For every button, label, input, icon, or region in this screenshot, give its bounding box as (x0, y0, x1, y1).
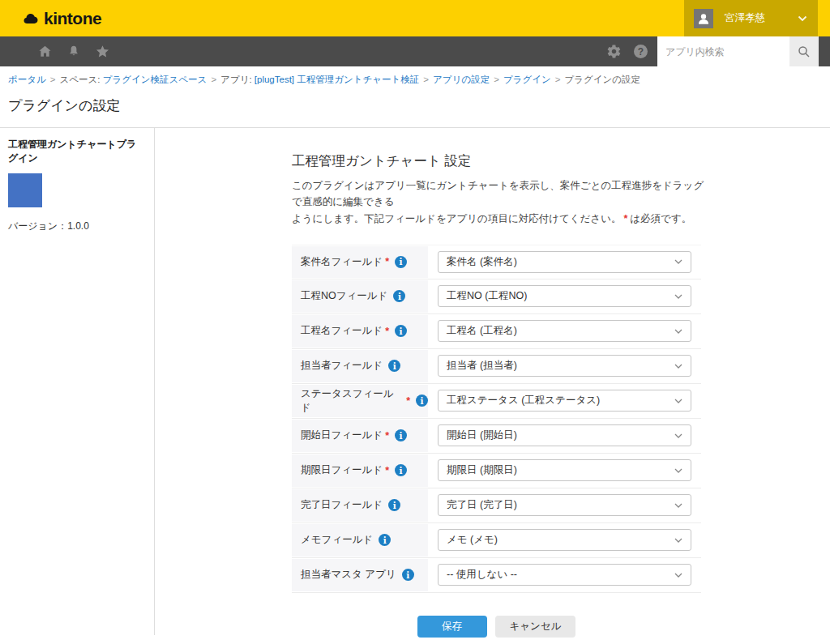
info-icon[interactable]: i (402, 569, 414, 581)
required-mark: * (385, 430, 389, 441)
breadcrumb-separator: > (494, 75, 499, 84)
star-icon (95, 44, 110, 59)
info-icon[interactable]: i (395, 256, 407, 268)
plugin-version: バージョン：1.0.0 (8, 220, 146, 233)
user-name: 宮澤孝慈 (725, 11, 765, 25)
content: 工程管理ガントチャートプラグイン バージョン：1.0.0 工程管理ガントチャート… (0, 128, 830, 635)
settings-heading: 工程管理ガントチャート 設定 (292, 152, 830, 170)
select-chevron-icon (674, 329, 682, 334)
info-icon[interactable]: i (388, 360, 400, 372)
field-row: 期限日フィールド * i 期限日 (期限日) (292, 454, 701, 488)
breadcrumb: ポータル>スペース: プラグイン検証スペース>アプリ: [plugTest] 工… (0, 66, 830, 87)
app-header: kintone 宮澤孝慈 (0, 0, 830, 36)
required-note: は必須です。 (630, 213, 691, 224)
description-line-2: ようにします。下記フィールドをアプリの項目に対応付けてください。 (292, 213, 621, 224)
kintone-logo: kintone (22, 9, 101, 28)
info-icon[interactable]: i (395, 464, 407, 476)
info-icon[interactable]: i (379, 534, 391, 546)
breadcrumb-link[interactable]: プラグイン (503, 75, 551, 84)
field-select[interactable]: メモ (メモ) (438, 529, 691, 551)
select-chevron-icon (674, 399, 682, 403)
bell-icon (66, 44, 81, 59)
field-row: メモフィールド i メモ (メモ) (292, 523, 701, 558)
field-row: 開始日フィールド * i 開始日 (開始日) (292, 419, 701, 454)
breadcrumb-separator: > (555, 75, 561, 84)
field-label: 案件名フィールド (301, 255, 383, 269)
field-select[interactable]: 案件名 (案件名) (438, 251, 691, 273)
logo-text: kintone (44, 9, 101, 28)
info-icon[interactable]: i (416, 395, 428, 407)
field-label: ステータスフィールド (301, 387, 404, 415)
breadcrumb-separator: > (423, 75, 429, 84)
chevron-down-icon (798, 15, 807, 22)
field-row: 工程名フィールド * i 工程名 (工程名) (292, 314, 701, 349)
field-select-value: 工程名 (工程名) (447, 324, 517, 338)
search-button[interactable] (789, 36, 819, 66)
breadcrumb-prefix: スペース: (60, 75, 103, 84)
field-label: 完了日フィールド (301, 498, 383, 512)
field-select-value: 完了日 (完了日) (447, 498, 517, 512)
breadcrumb-separator: > (211, 75, 216, 84)
select-chevron-icon (674, 538, 682, 543)
search-icon (797, 45, 811, 59)
breadcrumb-link[interactable]: ポータル (8, 75, 46, 84)
field-select[interactable]: 期限日 (期限日) (438, 459, 691, 481)
favorites-button[interactable] (95, 44, 110, 59)
settings-panel: 工程管理ガントチャート 設定 このプラグインはアプリ一覧にガントチャートを表示し… (155, 128, 830, 635)
select-chevron-icon (674, 503, 682, 508)
home-button[interactable] (37, 44, 53, 59)
field-label: 開始日フィールド (301, 429, 383, 442)
field-select[interactable]: -- 使用しない -- (438, 564, 691, 586)
field-row: ステータスフィールド * i 工程ステータス (工程ステータス) (292, 384, 701, 419)
field-select[interactable]: 担当者 (担当者) (438, 355, 691, 377)
select-chevron-icon (674, 364, 682, 369)
menu-button[interactable] (7, 45, 24, 58)
field-mapping-table: 案件名フィールド * i 案件名 (案件名) 工程NOフィールド i 工程NO … (292, 245, 701, 593)
page: kintone 宮澤孝慈 (0, 0, 830, 644)
field-select[interactable]: 工程NO (工程NO) (438, 285, 691, 307)
field-row: 担当者フィールド i 担当者 (担当者) (292, 349, 701, 384)
settings-button[interactable] (606, 44, 622, 59)
breadcrumb-link[interactable]: アプリの設定 (433, 75, 490, 84)
field-select[interactable]: 工程ステータス (工程ステータス) (438, 390, 691, 412)
info-icon[interactable]: i (395, 429, 407, 441)
required-mark-note: * (623, 213, 627, 224)
field-label: 担当者マスタ アプリ (301, 568, 396, 582)
user-avatar-icon (694, 9, 713, 28)
field-select-value: メモ (メモ) (447, 533, 498, 547)
help-button[interactable]: ? (634, 45, 648, 58)
user-menu[interactable]: 宮澤孝慈 (684, 0, 818, 36)
field-select-value: 担当者 (担当者) (447, 359, 517, 373)
required-mark: * (385, 326, 389, 337)
info-icon[interactable]: i (395, 325, 407, 337)
required-mark: * (406, 395, 410, 407)
notifications-button[interactable] (66, 44, 81, 59)
breadcrumb-separator: > (50, 75, 56, 84)
plugin-icon (8, 173, 42, 207)
field-row: 担当者マスタ アプリ i -- 使用しない -- (292, 558, 701, 593)
select-chevron-icon (674, 294, 682, 299)
field-select[interactable]: 完了日 (完了日) (438, 494, 691, 516)
breadcrumb-prefix: アプリ: (220, 75, 255, 84)
field-label: 担当者フィールド (301, 359, 383, 373)
field-select[interactable]: 開始日 (開始日) (438, 424, 691, 446)
field-select-value: 工程NO (工程NO) (447, 289, 527, 303)
breadcrumb-link[interactable]: [plugTest] 工程管理ガントチャート検証 (255, 75, 420, 84)
select-chevron-icon (674, 259, 682, 264)
plugin-description: このプラグインはアプリ一覧にガントチャートを表示し、案件ごとの工程進捗をドラッグ… (292, 177, 705, 227)
field-select-value: 開始日 (開始日) (447, 429, 517, 442)
cancel-button[interactable]: キャンセル (495, 616, 576, 638)
save-button[interactable]: 保存 (417, 616, 487, 638)
field-select[interactable]: 工程名 (工程名) (438, 320, 691, 342)
button-row: 保存 キャンセル (292, 616, 701, 638)
field-row: 工程NOフィールド i 工程NO (工程NO) (292, 279, 701, 314)
field-row: 案件名フィールド * i 案件名 (案件名) (292, 245, 701, 279)
plugin-sidebar: 工程管理ガントチャートプラグイン バージョン：1.0.0 (0, 128, 155, 635)
search-input[interactable] (657, 36, 789, 66)
gear-icon (606, 44, 622, 59)
page-title: プラグインの設定 (0, 87, 830, 127)
info-icon[interactable]: i (393, 290, 405, 302)
field-label: 工程NOフィールド (301, 289, 387, 303)
info-icon[interactable]: i (388, 499, 400, 511)
breadcrumb-link[interactable]: プラグイン検証スペース (103, 75, 208, 84)
